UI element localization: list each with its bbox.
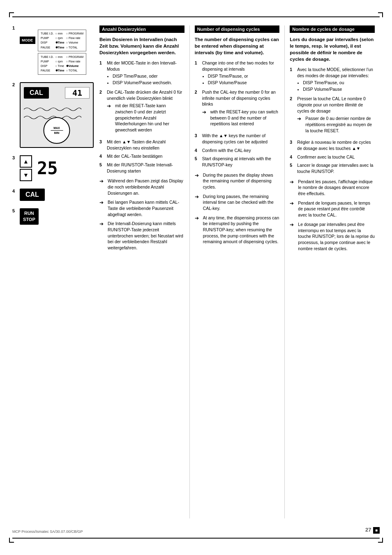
mode-t2r2c1: PUMP (40, 59, 55, 64)
sub-fr-1b: DISP Volume/Pause (303, 86, 375, 92)
step-fr-3-text: Régler à nouveau le nombre de cycles de … (297, 139, 375, 151)
arrow-icon-en-a: ➔ (195, 172, 201, 190)
step-de-2-num: 2 (99, 89, 105, 136)
arrow-icon-en-b: ➔ (195, 193, 201, 212)
arrow-icon-de-c: ➔ (99, 221, 105, 251)
note-en-2a: ➔ with the RESET-key you can switch betw… (202, 109, 280, 127)
mode-t1r1c1: TUBE I.D. (40, 31, 55, 36)
step-de-5-text: Mit der RUN/STOP-Taste Intervall-Dosieru… (107, 162, 184, 174)
corner-mark-br (378, 538, 383, 543)
min-label: MIN (54, 131, 60, 134)
column-en: Number of dispensing cycles The number o… (189, 25, 285, 518)
step-de-2: 2 Die CAL-Taste drücken die Anzahl 0 für… (99, 89, 184, 136)
knob-divider (51, 130, 63, 131)
note-de-2a: ➔ mit der RESET-Taste kann zwischen 0 un… (107, 103, 184, 133)
mode-t1r4c1: PAUSE (40, 45, 55, 50)
step4-label: 4 (12, 189, 15, 193)
arrow-icon-en-c: ➔ (195, 215, 201, 245)
note-de-b-text: Bei langen Pausen kann mittels CAL-Taste… (108, 199, 184, 217)
mode-t2r1c3: ○ PROGRAM (65, 55, 84, 59)
mode-t1r3c3: ○ Volume (65, 40, 84, 45)
mode-t1r2c3: ○ Flow rate (65, 36, 84, 40)
note-de-c: ➔ Die Intervall-Dosierung kann mittels R… (99, 221, 184, 251)
step2-label: 2 (12, 82, 15, 87)
step-de-1: 1 Mit der MODE-Taste in den Intervall-Mo… (99, 60, 184, 87)
device-step3: 3 ▲ ▼ 25 (12, 155, 90, 181)
runstop-button[interactable]: RUN STOP (20, 208, 39, 225)
steps-en: 1 Change into one of the two modes for d… (195, 60, 280, 168)
step-en-5-num: 5 (195, 156, 201, 168)
step-de-4-text: Mit der CAL-Taste bestätigen (107, 153, 162, 159)
step-de-5: 5 Mit der RUN/STOP-Taste Intervall-Dosie… (99, 162, 184, 174)
mode-t2r1c2: ○ mm (55, 55, 65, 59)
col-intro-fr: Lors du dosage par intervalles (selon le… (290, 36, 375, 62)
mode-t2r3c3: ✽Volume (65, 64, 84, 68)
sub-en-1a: DISP Time/Pause, or (208, 73, 280, 79)
col-intro-en: The number of dispensing cycles can be e… (195, 36, 280, 56)
main-content: 1 MODE TUBE I.D. ○ mm ○ PROGRAM (12, 25, 380, 518)
mode-row1: MODE TUBE I.D. ○ mm ○ PROGRAM PUMP (20, 30, 86, 51)
mode-t2r3c1: DISP (40, 64, 55, 68)
note-fr-c: ➔ Le dosage par intervalles peut être in… (290, 221, 375, 251)
sub-de-1a: DISP Time/Pause, oder (113, 73, 184, 79)
corner-mark-bl (9, 538, 14, 543)
mode-button[interactable]: MODE (20, 37, 35, 44)
sub-en-1b: DISP Volume/Pause (208, 80, 280, 86)
down-arrow-button[interactable]: ▼ (20, 169, 32, 181)
sub-fr-1a: DISP Time/Pause, ou (303, 80, 375, 86)
arrow-icon-de-a: ➔ (99, 178, 105, 196)
step-en-3-text: With the ▲▼ keys the number of dispensin… (202, 133, 280, 145)
col-header-fr: Nombre de cycles de dosage (290, 25, 375, 33)
arrow-icon-de-b: ➔ (99, 199, 105, 217)
step-en-1-num: 1 (195, 60, 201, 87)
step-fr-5: 5 Lancer le dosage par intervalles avec … (290, 162, 375, 174)
arrow-icon-fr-a: ➔ (290, 179, 295, 197)
mode-t1r3c1: DISP (40, 40, 55, 45)
up-arrow-button[interactable]: ▲ (20, 155, 32, 168)
mode-t2r4c2: ✽Time (55, 68, 65, 73)
mode-t1r2c2: ○ rpm (55, 36, 65, 40)
device-step2: 2 CAL (12, 82, 90, 148)
step-en-3-num: 3 (195, 133, 201, 145)
cal-button-large[interactable]: CAL (24, 87, 49, 99)
step-de-2-content: Die CAL-Taste drücken die Anzahl 0 für u… (107, 89, 184, 136)
note-fr-2a-text: Passer de 0 au dernier nombre de répétit… (305, 115, 375, 134)
step-fr-4: 4 Confirmer avec la touche CAL (290, 154, 375, 160)
mode-t1r1c2: ○ mm (55, 31, 65, 36)
step-fr-5-text: Lancer le dosage par intervalles avec la… (297, 162, 375, 174)
step-de-3: 3 Mit den ▲▼ Tasten die Anzahl Dosierzyk… (99, 139, 184, 151)
right-columns: Anzahl Dosierzyklen Beim Dosieren in Int… (95, 25, 380, 518)
runstop-line2: STOP (23, 217, 35, 222)
runstop-device: RUN STOP (20, 208, 90, 225)
col-header-de: Anzahl Dosierzyklen (99, 25, 184, 33)
step-en-2-content: Push the CAL-key the number 0 for an inf… (202, 89, 280, 130)
arrow-icon-fr-2a: ➔ (297, 115, 303, 134)
cal-device-body: CAL 41 (20, 82, 94, 148)
note-fr-a: ➔ Pendant les pauses, l'affichage indiqu… (290, 179, 375, 197)
note-de-a: ➔ Während den Pausen zeigt das Display d… (99, 178, 184, 196)
step-de-3-num: 3 (99, 139, 105, 151)
note-en-b-text: During long pauses, the remaining interv… (203, 193, 280, 212)
mode-indicator-box1: TUBE I.D. ○ mm ○ PROGRAM PUMP ○ rpm ○ Fl… (38, 30, 86, 51)
step-fr-1: 1 Avec la touche MODE, sélectionner l'un… (290, 67, 375, 93)
mode-t2r4c3: ○ TOTAL (65, 68, 84, 73)
arrow-icon-en-2a: ➔ (202, 109, 208, 127)
column-fr: Nombre de cycles de dosage Lors du dosag… (284, 25, 380, 518)
sub-fr-1: DISP Time/Pause, ou DISP Volume/Pause (297, 80, 375, 92)
runstop-line1: RUN (24, 211, 34, 216)
page-number: 27 ■ (365, 527, 380, 534)
step-de-3-text: Mit den ▲▼ Tasten die Anzahl Dosierzykle… (107, 139, 184, 151)
cal-digital-display: 41 (65, 87, 90, 99)
cal-small-button[interactable]: CAL (20, 189, 45, 201)
step-en-2: 2 Push the CAL-key the number 0 for an i… (195, 89, 280, 130)
step-fr-1-num: 1 (290, 67, 295, 93)
cal-knob: MAX MIN (44, 117, 70, 144)
note-en-c: ➔ At any time, the dispensing process ca… (195, 215, 280, 245)
mode-t2r1c1: TUBE I.D. (40, 55, 55, 59)
step-fr-1-content: Avec la touche MODE, sélectionner l'un d… (297, 67, 375, 93)
page-number-block: ■ (373, 527, 380, 534)
number-display: 25 (37, 158, 58, 178)
step-fr-4-num: 4 (290, 154, 295, 160)
step-en-1-content: Change into one of the two modes for dis… (202, 60, 280, 87)
mode-t2r4c1: PAUSE (40, 68, 55, 73)
